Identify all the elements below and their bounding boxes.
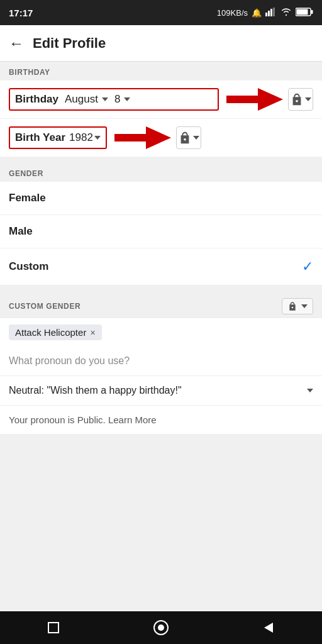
svg-rect-5: [311, 10, 313, 14]
birthyear-privacy-button[interactable]: [176, 126, 201, 149]
birthday-field-label: Birthday: [15, 93, 58, 106]
nav-square-button[interactable]: [35, 615, 72, 640]
gender-female-label: Female: [9, 192, 313, 204]
gender-custom[interactable]: Custom ✓: [0, 248, 322, 286]
svg-point-11: [158, 625, 164, 631]
pronoun-placeholder: What pronoun do you use?: [9, 355, 130, 366]
pronoun-dropdown-arrow: [307, 389, 313, 392]
custom-gender-header: CUSTOM GENDER: [0, 292, 322, 318]
birthday-privacy-button[interactable]: [288, 88, 313, 111]
public-note: Your pronoun is Public. Learn More: [0, 406, 322, 434]
birthyear-privacy-arrow: [193, 136, 199, 140]
divider-1: [0, 157, 322, 163]
divider-2: [0, 286, 322, 292]
wifi-icon: [280, 8, 292, 18]
birthday-selector[interactable]: Birthday August 8: [9, 88, 219, 111]
lock-icon: [287, 301, 297, 311]
pronoun-dropdown[interactable]: Neutral: "Wish them a happy birthday!": [0, 376, 322, 406]
svg-rect-9: [48, 623, 58, 633]
birthday-month: August: [65, 93, 98, 106]
custom-gender-section-label: CUSTOM GENDER: [9, 302, 80, 311]
nav-square-icon: [47, 621, 60, 635]
nav-home-button[interactable]: [142, 615, 180, 640]
month-dropdown-arrow: [102, 97, 108, 101]
network-speed: 109KB/s: [217, 8, 248, 18]
birthyear-field-label: Birth Year: [15, 131, 65, 144]
svg-rect-2: [270, 9, 272, 16]
birthday-section-label: BIRTHDAY: [0, 62, 322, 80]
nav-back-icon: [262, 621, 275, 635]
gender-custom-checkmark: ✓: [302, 258, 313, 275]
bottom-nav: [0, 611, 322, 644]
svg-rect-0: [265, 13, 267, 16]
gender-tag-close[interactable]: ×: [90, 328, 95, 338]
status-time: 17:17: [9, 8, 33, 18]
gender-male-label: Male: [9, 225, 313, 238]
custom-gender-privacy-arrow: [301, 304, 308, 308]
nav-home-icon: [153, 619, 169, 636]
pronoun-dropdown-value: Neutral: "Wish them a happy birthday!": [9, 385, 306, 396]
status-right: 109KB/s 🔔: [217, 8, 313, 18]
status-bar: 17:17 109KB/s 🔔: [0, 0, 322, 25]
gender-male[interactable]: Male: [0, 215, 322, 248]
signal-icon: [265, 8, 277, 18]
gender-tag: Attack Helicopter ×: [9, 325, 102, 340]
gender-female[interactable]: Female: [0, 182, 322, 215]
svg-marker-7: [226, 88, 283, 111]
public-note-text: Your pronoun is Public. Learn More: [9, 414, 157, 425]
nav-back-button[interactable]: [250, 615, 287, 640]
gender-section-label: GENDER: [0, 163, 322, 182]
gender-custom-label: Custom: [9, 260, 302, 273]
custom-gender-privacy-button[interactable]: [282, 298, 313, 314]
birthyear-selector[interactable]: Birth Year 1982: [9, 126, 107, 149]
svg-rect-6: [297, 9, 308, 14]
day-dropdown-arrow: [124, 97, 130, 101]
page-title: Edit Profile: [33, 35, 106, 52]
battery-icon: [296, 8, 313, 18]
svg-marker-8: [114, 126, 171, 149]
gender-tag-label: Attack Helicopter: [15, 327, 86, 338]
svg-marker-12: [264, 623, 273, 633]
birthyear-value: 1982: [69, 131, 93, 144]
pronoun-input[interactable]: What pronoun do you use?: [0, 347, 322, 376]
alarm-icon: 🔔: [252, 8, 262, 18]
gender-options: Female Male Custom ✓: [0, 182, 322, 286]
birthday-row: Birthday August 8: [0, 80, 322, 119]
back-button[interactable]: ←: [9, 35, 24, 52]
birthday-section: Birthday August 8 Birth Year 1982: [0, 80, 322, 157]
page-header: ← Edit Profile: [0, 25, 322, 62]
birthday-day: 8: [114, 93, 120, 106]
birthyear-row: Birth Year 1982: [0, 119, 322, 157]
custom-gender-tags: Attack Helicopter ×: [0, 318, 322, 347]
svg-rect-3: [273, 8, 275, 16]
annotation-arrow-birthyear: [114, 126, 171, 149]
year-dropdown-arrow: [94, 136, 101, 140]
birthday-privacy-arrow: [305, 97, 311, 101]
svg-rect-1: [268, 11, 270, 16]
annotation-arrow-birthday: [226, 88, 283, 111]
